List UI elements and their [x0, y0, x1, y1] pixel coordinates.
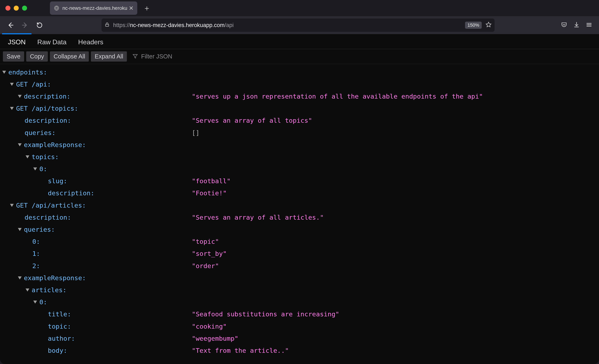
window-minimize-button[interactable] — [14, 6, 19, 11]
tab-close-icon[interactable]: ✕ — [129, 5, 133, 12]
tree-row[interactable]: queries: [] — [1, 127, 598, 139]
downloads-icon[interactable] — [573, 21, 580, 29]
json-key: 0: — [39, 165, 47, 173]
disclosure-triangle-icon[interactable] — [32, 166, 38, 172]
disclosure-triangle-icon[interactable] — [17, 142, 23, 148]
json-value: [] — [192, 130, 199, 136]
json-key: 1: — [32, 250, 40, 257]
tree-row[interactable]: body: "Text from the article.." — [1, 345, 598, 356]
svg-marker-12 — [10, 83, 14, 86]
svg-marker-17 — [33, 168, 37, 170]
json-key: description: — [25, 117, 71, 124]
json-key: exampleResponse: — [24, 274, 86, 282]
window-close-button[interactable] — [5, 6, 10, 11]
copy-button[interactable]: Copy — [26, 51, 48, 62]
svg-marker-18 — [10, 204, 14, 207]
collapse-all-button[interactable]: Collapse All — [50, 51, 89, 62]
svg-marker-13 — [18, 95, 22, 98]
tree-row[interactable]: exampleResponse: — [1, 139, 598, 151]
svg-marker-14 — [10, 107, 14, 110]
json-key: 2: — [32, 262, 40, 270]
tree-row[interactable]: topic: "cooking" — [1, 320, 598, 332]
svg-marker-19 — [18, 228, 22, 231]
url-path: /api — [225, 22, 234, 28]
tab-json[interactable]: JSON — [2, 35, 31, 49]
disclosure-triangle-icon[interactable] — [1, 70, 7, 76]
disclosure-triangle-icon[interactable] — [17, 275, 23, 281]
json-key: GET /api: — [16, 80, 51, 88]
json-key: title: — [48, 310, 71, 318]
tree-row[interactable]: author: "weegembump" — [1, 332, 598, 345]
tree-row[interactable]: title: "Seafood substitutions are increa… — [1, 308, 598, 320]
app-menu-icon[interactable] — [586, 21, 592, 29]
json-key: slug: — [48, 177, 67, 185]
tree-row[interactable]: topics: — [1, 151, 598, 163]
json-key: queries: — [25, 129, 55, 136]
tree-row[interactable]: description: "Serves an array of all top… — [1, 115, 598, 127]
tree-row[interactable]: 1: "sort_by" — [1, 248, 598, 260]
disclosure-triangle-icon[interactable] — [9, 82, 15, 88]
json-value: "weegembump" — [192, 335, 238, 342]
disclosure-triangle-icon[interactable] — [25, 287, 30, 293]
tree-row[interactable]: queries: — [1, 223, 598, 235]
json-value: "Footie!" — [192, 190, 227, 196]
svg-marker-22 — [33, 301, 37, 303]
svg-marker-10 — [133, 54, 138, 58]
json-value: "cooking" — [192, 323, 227, 330]
json-value: "Text from the article.." — [192, 347, 289, 354]
tree-row[interactable]: description: "Serves an array of all art… — [1, 211, 598, 223]
json-value: "sort_by" — [192, 250, 227, 257]
bookmark-star-icon[interactable] — [485, 21, 492, 29]
json-viewer-toolbar: Save Copy Collapse All Expand All — [0, 49, 599, 64]
tree-row[interactable]: description: "serves up a json represent… — [1, 90, 598, 102]
json-value: "Serves an array of all topics" — [192, 117, 312, 124]
tree-row[interactable]: endpoints: — [1, 66, 598, 78]
nav-reload-button[interactable] — [33, 19, 46, 31]
nav-back-button[interactable] — [4, 19, 17, 31]
json-key: 0: — [39, 298, 47, 306]
svg-marker-20 — [18, 276, 22, 279]
disclosure-triangle-icon[interactable] — [32, 300, 38, 305]
tree-row[interactable]: slug: "football" — [1, 175, 598, 187]
tab-raw-data[interactable]: Raw Data — [31, 35, 72, 49]
json-viewer-tabs: JSON Raw Data Headers — [0, 34, 599, 49]
tree-row[interactable]: GET /api: — [1, 78, 598, 90]
lock-icon — [104, 22, 110, 29]
json-key: queries: — [24, 226, 55, 233]
disclosure-triangle-icon[interactable] — [9, 203, 15, 209]
json-value: "serves up a json representation of all … — [192, 93, 483, 100]
url-proto: https:// — [113, 22, 130, 28]
filter-json-input[interactable] — [141, 53, 266, 60]
tree-row[interactable]: 2: "order" — [1, 260, 598, 272]
tree-row[interactable]: 0: "topic" — [1, 236, 598, 248]
disclosure-triangle-icon[interactable] — [17, 94, 23, 100]
url-domain: nc-news-mezz-davies.herokuapp.com — [130, 22, 225, 28]
tree-row[interactable]: exampleResponse: — [1, 272, 598, 284]
json-key: articles: — [32, 286, 67, 294]
zoom-badge[interactable]: 150% — [465, 22, 482, 29]
tree-row[interactable]: GET /api/articles: — [1, 199, 598, 211]
tab-headers[interactable]: Headers — [72, 35, 109, 49]
pocket-icon[interactable] — [561, 21, 567, 29]
expand-all-button[interactable]: Expand All — [91, 51, 127, 62]
navbar-right-icons — [561, 21, 595, 29]
tree-row[interactable]: GET /api/topics: — [1, 103, 598, 115]
disclosure-triangle-icon[interactable] — [17, 227, 23, 233]
json-key: body: — [48, 347, 67, 354]
json-key: GET /api/articles: — [16, 202, 86, 209]
json-key: GET /api/topics: — [16, 105, 78, 112]
json-value: "football" — [192, 178, 231, 184]
save-button[interactable]: Save — [3, 51, 24, 62]
new-tab-button[interactable]: ＋ — [143, 3, 150, 13]
tree-row[interactable]: description: "Footie!" — [1, 187, 598, 199]
window-zoom-button[interactable] — [22, 6, 27, 11]
tree-row[interactable]: 0: — [1, 296, 598, 308]
nav-forward-button[interactable] — [19, 19, 31, 31]
tree-row[interactable]: 0: — [1, 163, 598, 175]
disclosure-triangle-icon[interactable] — [9, 106, 15, 112]
disclosure-triangle-icon[interactable] — [25, 154, 30, 160]
browser-tab[interactable]: nc-news-mezz-davies.herokuapp.co ✕ — [50, 1, 137, 15]
url-bar[interactable]: https://nc-news-mezz-davies.herokuapp.co… — [102, 18, 495, 32]
tree-row[interactable]: articles: — [1, 284, 598, 296]
json-key: endpoints: — [8, 68, 47, 76]
